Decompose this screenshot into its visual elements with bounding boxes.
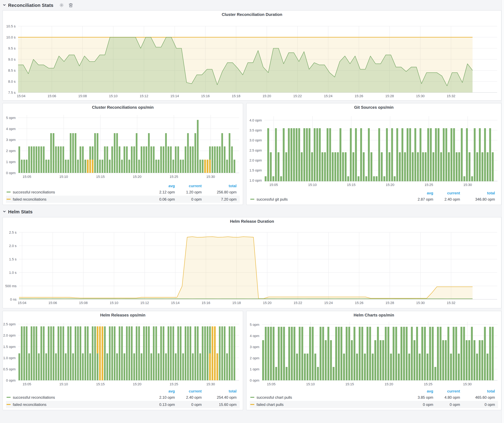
svg-text:15:08: 15:08 (79, 301, 88, 305)
legend-header-row: avgcurrenttotal (6, 389, 240, 394)
legend-value-avg: 0.06 opm (149, 196, 175, 203)
legend-row: failed chart pulls0 opm0 opm0 opm (250, 401, 498, 408)
svg-text:15:22: 15:22 (293, 94, 302, 98)
svg-text:15:15: 15:15 (345, 382, 354, 386)
section-helm-stats[interactable]: Helm Stats (2, 208, 33, 215)
line-chart-cluster-reconciliation-duration[interactable]: 10.5 s10.0 s9.5 s9.0 s8.5 s8.0 s7.5 s15:… (3, 11, 501, 100)
svg-text:15:15: 15:15 (347, 183, 355, 187)
legend-row: failed reconciliations0.06 opm0 opm7.20 … (6, 196, 240, 203)
series-color-dash-icon (250, 199, 254, 200)
legend-value-current: 0 opm (175, 196, 202, 203)
svg-text:0 opm: 0 opm (6, 378, 16, 382)
legend-sort-avg[interactable]: avg (149, 183, 175, 188)
series-color-dash-icon (6, 397, 11, 398)
legend-row: successful chart pulls3.85 opm4.80 opm46… (250, 394, 498, 401)
series-color-dash-icon (250, 397, 254, 398)
legend-row: successful git pulls2.87 opm2.40 opm346.… (250, 196, 498, 203)
svg-text:8.0 s: 8.0 s (8, 80, 16, 83)
legend-series-toggle[interactable]: successful git pulls (250, 197, 407, 201)
legend-value-avg: 2.87 opm (407, 196, 434, 203)
svg-text:3 opm: 3 opm (6, 138, 16, 142)
legend-series-toggle[interactable]: successful chart pulls (250, 395, 407, 400)
legend-header-row: avgcurrenttotal (250, 191, 498, 196)
svg-text:10.5 s: 10.5 s (6, 24, 16, 28)
legend-series-toggle[interactable]: successful reconciliations (6, 190, 148, 194)
svg-text:15:30: 15:30 (463, 382, 472, 386)
series-name: failed reconciliations (13, 197, 47, 201)
legend-row: successful reconciliations2.10 opm2.40 o… (6, 394, 240, 401)
svg-text:0.5 opm: 0.5 opm (3, 367, 16, 371)
svg-text:15:18: 15:18 (232, 301, 241, 305)
svg-text:15:20: 15:20 (263, 301, 271, 305)
legend-value-total: 465.60 opm (461, 394, 498, 401)
scrollbar[interactable] (502, 0, 504, 423)
svg-text:15:20: 15:20 (133, 175, 141, 179)
legend-value-current: 4.80 opm (434, 394, 461, 401)
legend-value-avg: 0 opm (407, 401, 434, 408)
legend-value-current: 2.40 opm (434, 196, 461, 203)
legend-value-avg: 0.13 opm (149, 401, 175, 408)
gear-icon[interactable] (59, 2, 64, 7)
legend-sort-total[interactable]: total (461, 389, 498, 394)
svg-text:15:10: 15:10 (306, 382, 315, 386)
chevron-down-icon (2, 3, 6, 7)
legend-sort-total[interactable]: total (461, 191, 498, 196)
section-reconciliation-stats[interactable]: Reconciliation Stats (2, 1, 73, 8)
svg-text:15:25: 15:25 (425, 183, 433, 187)
legend-sort-current[interactable]: current (434, 191, 461, 196)
legend-value-total: 256.80 opm (202, 188, 240, 196)
legend-sort-avg[interactable]: avg (149, 389, 175, 394)
svg-text:15:20: 15:20 (385, 382, 393, 386)
legend-series-toggle[interactable]: failed reconciliations (6, 402, 148, 407)
legend-sort-avg[interactable]: avg (407, 389, 434, 394)
series-name: successful git pulls (257, 197, 288, 201)
panel-cluster-reconciliation-duration: Cluster Reconciliation Duration 10.5 s10… (2, 10, 502, 101)
series-name: failed chart pulls (257, 402, 283, 407)
svg-text:15:24: 15:24 (324, 94, 332, 98)
section-title: Helm Stats (8, 209, 33, 214)
legend-series-toggle[interactable]: successful reconciliations (6, 395, 148, 400)
svg-text:15:30: 15:30 (416, 94, 425, 98)
series-name: successful chart pulls (257, 395, 292, 400)
svg-text:15:05: 15:05 (23, 382, 31, 386)
svg-text:15:20: 15:20 (133, 382, 141, 386)
legend-sort-current[interactable]: current (175, 389, 202, 394)
svg-text:2.0 s: 2.0 s (9, 244, 17, 248)
dashboard: Reconciliation Stats Cluster Reconciliat… (0, 0, 504, 423)
svg-text:8.5 s: 8.5 s (8, 69, 16, 72)
svg-text:15:16: 15:16 (201, 94, 210, 98)
svg-text:15:20: 15:20 (263, 94, 271, 98)
svg-text:500 ms: 500 ms (5, 284, 17, 288)
svg-text:15:25: 15:25 (424, 382, 432, 386)
legend-sort-total[interactable]: total (202, 183, 240, 188)
svg-text:5 opm: 5 opm (6, 116, 16, 120)
legend-value-total: 7.20 opm (202, 196, 240, 203)
bar-chart-git-sources[interactable]: 4.0 opm3.5 opm3.0 opm2.5 opm2.0 opm1.5 o… (246, 103, 501, 205)
trash-icon[interactable] (68, 2, 73, 7)
legend-value-total: 0 opm (461, 401, 498, 408)
svg-text:15:08: 15:08 (78, 94, 87, 98)
svg-text:15:05: 15:05 (269, 183, 278, 187)
legend-sort-current[interactable]: current (434, 389, 461, 394)
legend-sort-avg[interactable]: avg (407, 191, 434, 196)
legend: avgcurrenttotalsuccessful reconciliation… (6, 183, 240, 203)
legend-series-toggle[interactable]: failed chart pulls (250, 402, 407, 407)
legend: avgcurrenttotalsuccessful git pulls2.87 … (250, 191, 498, 203)
svg-text:15:30: 15:30 (416, 301, 425, 305)
legend-series-toggle[interactable]: failed reconciliations (6, 197, 148, 201)
legend-sort-current[interactable]: current (175, 183, 202, 188)
svg-text:15:06: 15:06 (48, 94, 56, 98)
svg-text:0 opm: 0 opm (250, 378, 259, 382)
legend-value-total: 346.80 opm (461, 196, 498, 203)
svg-text:15:15: 15:15 (96, 175, 105, 179)
series-color-dash-icon (250, 404, 254, 405)
svg-text:15:06: 15:06 (48, 301, 57, 305)
svg-text:4 opm: 4 opm (6, 127, 16, 131)
line-chart-helm-release-duration[interactable]: 2.5 s2.0 s1.5 s1.0 s500 ms0 ns15:0415:06… (3, 217, 501, 308)
legend-sort-total[interactable]: total (202, 389, 240, 394)
svg-text:15:30: 15:30 (206, 382, 215, 386)
svg-text:2.5 opm: 2.5 opm (250, 148, 262, 152)
legend-row: successful reconciliations2.12 opm1.20 o… (6, 188, 240, 196)
svg-text:2.0 opm: 2.0 opm (3, 334, 16, 337)
legend-header-row: avgcurrenttotal (250, 389, 498, 394)
